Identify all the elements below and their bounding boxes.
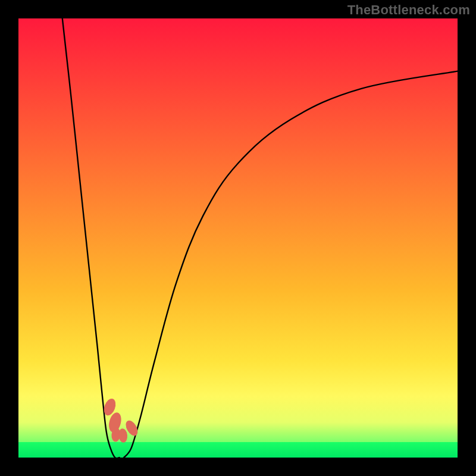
- watermark-text: TheBottleneck.com: [347, 2, 470, 18]
- gradient-background: [18, 18, 458, 458]
- bottleneck-chart: [0, 0, 476, 476]
- chart-stage: { "watermark": "TheBottleneck.com", "cha…: [0, 0, 476, 476]
